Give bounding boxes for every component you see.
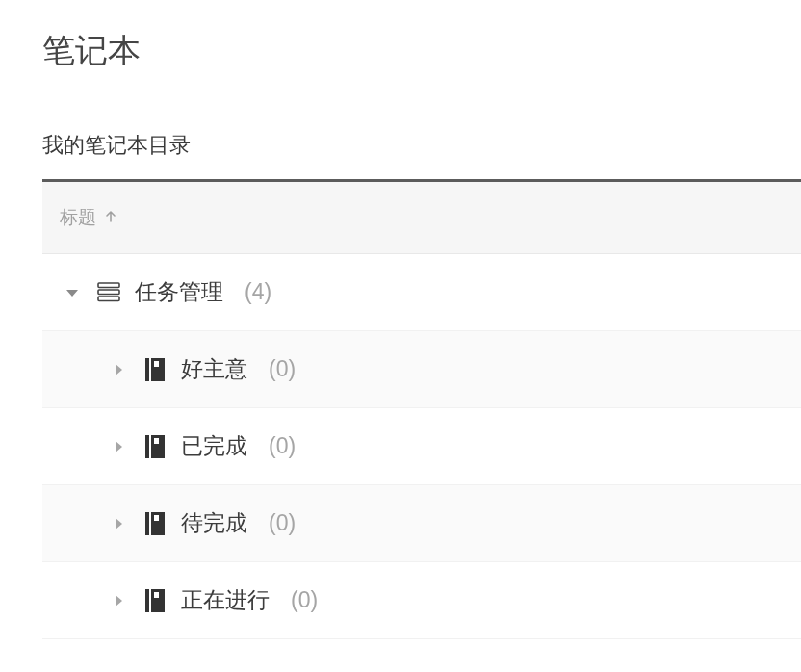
notebook-icon <box>142 435 168 458</box>
section-title: 我的笔记本目录 <box>42 131 801 160</box>
svg-rect-3 <box>145 358 149 381</box>
svg-rect-12 <box>145 589 149 612</box>
notebook-name: 任务管理 <box>135 277 223 307</box>
notebook-count: (0) <box>291 587 318 613</box>
notebook-row[interactable]: 任务管理 (4) <box>42 254 801 331</box>
sort-arrow-up-icon[interactable] <box>104 208 117 228</box>
svg-rect-5 <box>154 361 159 367</box>
svg-rect-1 <box>98 290 119 295</box>
notebook-name: 好主意 <box>181 354 247 384</box>
table-header[interactable]: 标题 <box>42 179 801 254</box>
notebook-row[interactable]: 待完成 (0) <box>42 485 801 562</box>
chevron-right-icon[interactable] <box>108 516 129 531</box>
svg-rect-8 <box>154 438 159 444</box>
notebook-icon <box>142 512 168 535</box>
notebook-count: (4) <box>245 279 271 305</box>
notebook-row[interactable]: 已完成 (0) <box>42 408 801 485</box>
svg-rect-6 <box>145 435 149 458</box>
svg-rect-14 <box>154 592 159 598</box>
notebook-name: 正在进行 <box>181 585 270 615</box>
chevron-down-icon[interactable] <box>62 284 83 301</box>
notebook-stack-icon <box>96 282 121 303</box>
chevron-right-icon[interactable] <box>108 439 129 454</box>
notebook-count: (0) <box>269 356 296 382</box>
notebook-row[interactable]: 好主意 (0) <box>42 331 801 408</box>
notebook-icon <box>142 589 168 612</box>
notebook-icon <box>142 358 168 381</box>
notebook-row[interactable]: 正在进行 (0) <box>42 562 801 639</box>
column-title-label: 标题 <box>60 205 96 230</box>
chevron-right-icon[interactable] <box>108 362 129 377</box>
svg-rect-9 <box>145 512 149 535</box>
notebook-name: 待完成 <box>181 508 247 538</box>
chevron-right-icon[interactable] <box>108 593 129 608</box>
svg-rect-2 <box>98 297 119 301</box>
notebook-name: 已完成 <box>181 431 247 461</box>
notebook-count: (0) <box>269 433 296 459</box>
page-title: 笔记本 <box>42 29 801 73</box>
notebook-count: (0) <box>269 510 296 536</box>
svg-rect-11 <box>154 515 159 521</box>
svg-rect-0 <box>98 283 119 288</box>
